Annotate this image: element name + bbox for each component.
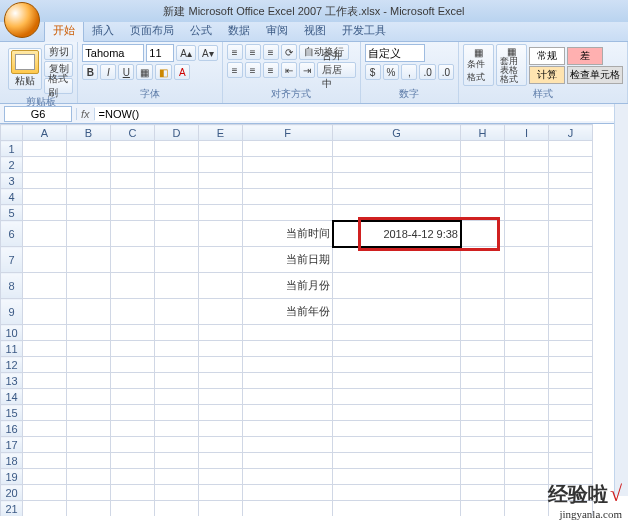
cell[interactable] <box>505 299 549 325</box>
decrease-decimal-button[interactable]: .0 <box>438 64 454 80</box>
cell[interactable] <box>549 325 593 341</box>
cell[interactable] <box>243 389 333 405</box>
cell[interactable]: 当前时间 <box>243 221 333 247</box>
worksheet-grid[interactable]: A B C D E F G H I J 123456当前时间2018-4-12 … <box>0 124 628 516</box>
cell[interactable] <box>461 405 505 421</box>
col-header-A[interactable]: A <box>23 125 67 141</box>
cell[interactable] <box>333 341 461 357</box>
cell[interactable] <box>243 501 333 517</box>
cell[interactable] <box>155 501 199 517</box>
cell[interactable] <box>461 299 505 325</box>
cell[interactable] <box>111 221 155 247</box>
cell[interactable] <box>333 189 461 205</box>
cell[interactable] <box>461 389 505 405</box>
cell[interactable] <box>67 299 111 325</box>
cell[interactable] <box>243 437 333 453</box>
bold-button[interactable]: B <box>82 64 98 80</box>
cell[interactable] <box>549 189 593 205</box>
cell[interactable] <box>111 341 155 357</box>
cell[interactable] <box>199 373 243 389</box>
cell[interactable] <box>333 421 461 437</box>
office-button[interactable] <box>4 2 40 38</box>
tab-formulas[interactable]: 公式 <box>182 20 220 41</box>
cell[interactable] <box>67 501 111 517</box>
cell[interactable] <box>199 273 243 299</box>
orientation-button[interactable]: ⟳ <box>281 44 297 60</box>
cell[interactable] <box>155 205 199 221</box>
cell[interactable] <box>549 221 593 247</box>
tab-review[interactable]: 审阅 <box>258 20 296 41</box>
cell[interactable] <box>461 501 505 517</box>
cell[interactable] <box>23 299 67 325</box>
cell[interactable] <box>243 341 333 357</box>
paste-button[interactable]: 粘贴 <box>8 48 42 90</box>
cell[interactable] <box>243 157 333 173</box>
cell[interactable] <box>461 341 505 357</box>
cell[interactable] <box>23 501 67 517</box>
tab-data[interactable]: 数据 <box>220 20 258 41</box>
cell[interactable] <box>155 141 199 157</box>
cut-button[interactable]: 剪切 <box>44 44 73 60</box>
style-check-cell[interactable]: 检查单元格 <box>567 66 623 84</box>
cell[interactable] <box>199 173 243 189</box>
underline-button[interactable]: U <box>118 64 134 80</box>
row-header[interactable]: 10 <box>1 325 23 341</box>
cell[interactable] <box>199 205 243 221</box>
cell[interactable] <box>23 247 67 273</box>
cell[interactable] <box>67 141 111 157</box>
cell[interactable] <box>243 325 333 341</box>
cell[interactable] <box>23 469 67 485</box>
row-header[interactable]: 16 <box>1 421 23 437</box>
cell[interactable] <box>111 373 155 389</box>
cell[interactable] <box>23 221 67 247</box>
cell[interactable] <box>23 341 67 357</box>
cell[interactable] <box>461 273 505 299</box>
cell[interactable] <box>461 325 505 341</box>
cell[interactable] <box>461 157 505 173</box>
cell[interactable] <box>155 247 199 273</box>
cell[interactable] <box>549 141 593 157</box>
cell[interactable] <box>67 189 111 205</box>
cell[interactable] <box>243 421 333 437</box>
cell[interactable] <box>505 325 549 341</box>
cell[interactable] <box>23 205 67 221</box>
cell[interactable] <box>111 357 155 373</box>
cell[interactable] <box>549 205 593 221</box>
cell[interactable] <box>461 373 505 389</box>
row-header[interactable]: 3 <box>1 173 23 189</box>
row-header[interactable]: 6 <box>1 221 23 247</box>
cell[interactable] <box>243 141 333 157</box>
cell[interactable] <box>155 273 199 299</box>
cell[interactable] <box>199 437 243 453</box>
cell[interactable] <box>505 341 549 357</box>
col-header-H[interactable]: H <box>461 125 505 141</box>
cell[interactable] <box>505 157 549 173</box>
style-calculation[interactable]: 计算 <box>529 66 565 84</box>
cell[interactable] <box>111 453 155 469</box>
cell[interactable] <box>461 437 505 453</box>
cell[interactable] <box>243 205 333 221</box>
cell[interactable] <box>505 173 549 189</box>
currency-button[interactable]: $ <box>365 64 381 80</box>
cell[interactable] <box>549 247 593 273</box>
cell[interactable] <box>199 453 243 469</box>
cell[interactable] <box>111 501 155 517</box>
align-center-button[interactable]: ≡ <box>245 62 261 78</box>
row-header[interactable]: 19 <box>1 469 23 485</box>
decrease-font-button[interactable]: A▾ <box>198 45 218 61</box>
cell[interactable] <box>505 357 549 373</box>
cell[interactable] <box>67 421 111 437</box>
cell[interactable] <box>199 247 243 273</box>
format-table-button[interactable]: ▦ 套用 表格格式 <box>496 44 527 86</box>
cell[interactable] <box>333 373 461 389</box>
cell[interactable] <box>111 469 155 485</box>
cell[interactable] <box>111 389 155 405</box>
tab-developer[interactable]: 开发工具 <box>334 20 394 41</box>
row-header[interactable]: 13 <box>1 373 23 389</box>
cell[interactable] <box>199 357 243 373</box>
cell[interactable]: 当前日期 <box>243 247 333 273</box>
cell[interactable] <box>155 389 199 405</box>
cell[interactable] <box>243 485 333 501</box>
cell[interactable] <box>23 373 67 389</box>
merge-center-button[interactable]: 合并后居中 <box>317 62 356 78</box>
